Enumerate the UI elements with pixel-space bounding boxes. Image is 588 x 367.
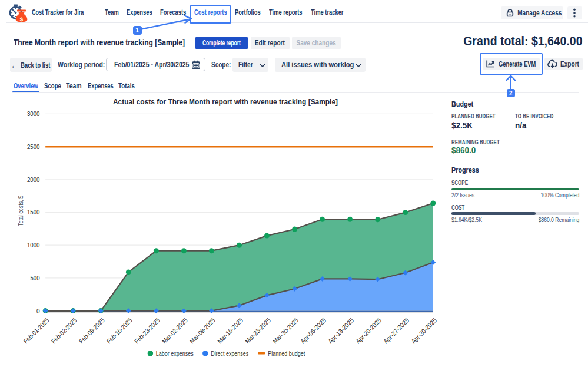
svg-text:Mar-16-2025: Mar-16-2025 bbox=[216, 316, 244, 345]
svg-text:Apr-06-2025: Apr-06-2025 bbox=[299, 316, 327, 345]
svg-text:Mar-02-2025: Mar-02-2025 bbox=[161, 316, 189, 345]
svg-text:Mar-30-2025: Mar-30-2025 bbox=[271, 316, 300, 345]
svg-text:Feb-01-2025: Feb-01-2025 bbox=[22, 316, 51, 345]
svg-text:Apr-13-2025: Apr-13-2025 bbox=[327, 316, 355, 345]
svg-text:Apr-27-2025: Apr-27-2025 bbox=[382, 316, 410, 345]
svg-text:Feb-16-2025: Feb-16-2025 bbox=[105, 316, 134, 345]
svg-text:0: 0 bbox=[36, 308, 40, 315]
svg-text:Mar-09-2025: Mar-09-2025 bbox=[188, 316, 217, 345]
svg-text:Apr-20-2025: Apr-20-2025 bbox=[354, 316, 383, 345]
svg-text:Planned budget: Planned budget bbox=[268, 350, 305, 357]
svg-text:Total costs, $: Total costs, $ bbox=[18, 196, 24, 226]
svg-text:Feb-09-2025: Feb-09-2025 bbox=[78, 316, 106, 345]
svg-text:2000: 2000 bbox=[27, 176, 40, 183]
svg-text:1500: 1500 bbox=[27, 209, 40, 216]
svg-text:Actual costs for Three Month r: Actual costs for Three Month report with… bbox=[113, 97, 338, 106]
svg-text:Feb-23-2025: Feb-23-2025 bbox=[133, 316, 161, 345]
svg-text:Direct expenses: Direct expenses bbox=[211, 350, 248, 357]
svg-text:Apr-30-2025: Apr-30-2025 bbox=[410, 316, 438, 345]
svg-text:500: 500 bbox=[31, 275, 40, 282]
svg-text:Mar-23-2025: Mar-23-2025 bbox=[244, 316, 272, 345]
svg-text:Labor expenses: Labor expenses bbox=[156, 350, 194, 357]
svg-text:3000: 3000 bbox=[27, 110, 40, 117]
svg-text:2500: 2500 bbox=[27, 143, 40, 150]
svg-text:Feb-02-2025: Feb-02-2025 bbox=[50, 316, 78, 345]
svg-text:1000: 1000 bbox=[27, 242, 40, 249]
